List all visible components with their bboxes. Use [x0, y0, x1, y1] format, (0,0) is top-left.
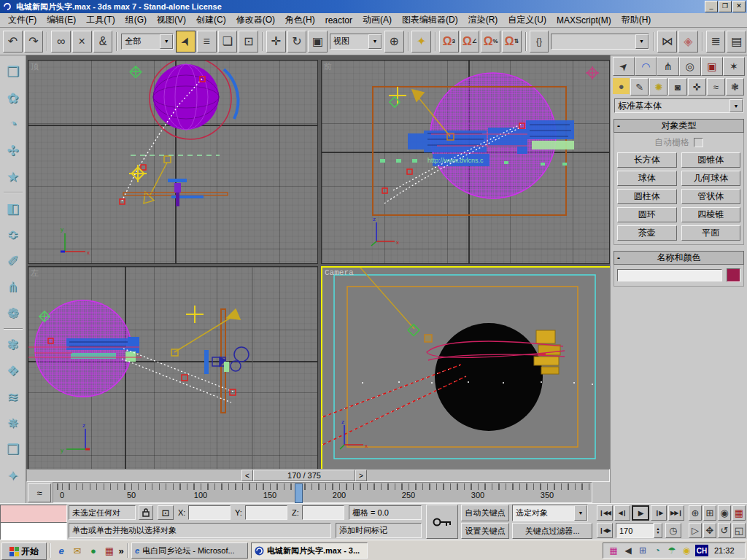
- blue-bar-object[interactable]: [204, 350, 209, 374]
- set-key-mode-button[interactable]: 设置关键点: [461, 523, 509, 539]
- viewport-front-label[interactable]: 前: [324, 61, 332, 72]
- minimize-button[interactable]: _: [705, 1, 718, 12]
- cone-button[interactable]: 圆锥体: [681, 152, 741, 168]
- close-button[interactable]: ✕: [732, 1, 746, 12]
- sphere-object-shaded[interactable]: [435, 323, 543, 431]
- select-and-rotate-button[interactable]: ↻: [287, 31, 307, 52]
- add-time-tag[interactable]: 添加时间标记: [336, 523, 422, 538]
- menu-maxscript[interactable]: MAXScript(M): [551, 14, 616, 27]
- green-highlight-object[interactable]: [532, 141, 574, 149]
- object-name-input[interactable]: [617, 269, 722, 281]
- object-type-rollout-header[interactable]: - 对象类型: [614, 119, 744, 133]
- play-animation-button[interactable]: ▶: [632, 505, 649, 521]
- select-by-name-button[interactable]: ≡: [197, 31, 217, 52]
- tab-display[interactable]: ▣: [701, 57, 723, 76]
- category-spacewarps-button[interactable]: ≈: [707, 78, 725, 96]
- tab-motion[interactable]: ◎: [679, 57, 701, 76]
- zoom-extents-all-button[interactable]: ▦: [732, 505, 746, 521]
- reactor-plank-button[interactable]: ✐: [3, 248, 23, 273]
- next-frame-button[interactable]: ❙▶: [651, 505, 667, 521]
- reactor-spring-button[interactable]: ≎: [3, 222, 23, 246]
- autogrid-checkbox[interactable]: [694, 138, 703, 147]
- viewport-top[interactable]: 顶: [28, 60, 318, 264]
- bind-to-spacewarp-button[interactable]: &: [93, 31, 113, 52]
- frame-spinner[interactable]: ▲ ▼: [654, 523, 662, 538]
- geometry-category-dropdown[interactable]: 标准基本体 ▼: [614, 98, 743, 113]
- tray-chat-icon[interactable]: ▦: [608, 545, 619, 556]
- move-gizmo[interactable]: [129, 165, 147, 182]
- absolute-offset-mode-toggle[interactable]: ⊡: [158, 505, 174, 520]
- reactor-soft-body-collection-button[interactable]: ◔: [3, 112, 23, 136]
- start-button[interactable]: 开始: [1, 542, 47, 560]
- viewport-left[interactable]: 左: [28, 266, 318, 470]
- time-slider-handle[interactable]: 170 / 375: [253, 470, 355, 481]
- dummy-helper[interactable]: [144, 156, 171, 203]
- open-mini-curve-editor-button[interactable]: ≈: [28, 483, 51, 502]
- viewport-camera[interactable]: Camera: [321, 266, 611, 472]
- menu-graph-editors[interactable]: 图表编辑器(D): [397, 12, 463, 28]
- percent-snap-button[interactable]: Ω%: [481, 31, 500, 52]
- z-coordinate-field[interactable]: [302, 505, 344, 520]
- object-color-swatch[interactable]: [727, 268, 740, 282]
- viewport-front[interactable]: 前: [321, 60, 610, 264]
- taskbar-task-browser[interactable]: e 电白同乡论坛 - Microsof...: [131, 542, 248, 559]
- tab-hierarchy[interactable]: ⋔: [657, 57, 678, 76]
- key-mode-dropdown[interactable]: 选定对象 ▼: [512, 505, 588, 521]
- menu-tools[interactable]: 工具(T): [81, 12, 120, 28]
- maximize-viewport-toggle-button[interactable]: ◱: [732, 523, 746, 538]
- selection-filter-dropdown[interactable]: 全部 ▼: [121, 34, 174, 50]
- menu-animation[interactable]: 动画(A): [357, 12, 397, 28]
- angle-snap-button[interactable]: Ω∠: [460, 31, 480, 52]
- tray-volume-icon[interactable]: ◀: [622, 545, 634, 556]
- category-systems-button[interactable]: ❃: [726, 78, 744, 96]
- tube-button[interactable]: 管状体: [681, 189, 741, 204]
- restore-button[interactable]: ❐: [719, 1, 732, 12]
- redo-button[interactable]: ↷: [24, 31, 44, 52]
- previous-frame-button[interactable]: ◀❙: [614, 505, 630, 521]
- select-and-scale-button[interactable]: ▣: [308, 31, 328, 52]
- reactor-cloth-collection-button[interactable]: ✿: [3, 85, 23, 110]
- camera-object[interactable]: [212, 347, 249, 371]
- tab-modify[interactable]: ◠: [635, 57, 657, 76]
- pan-view-button[interactable]: ✥: [703, 523, 716, 538]
- quicklaunch-media-icon[interactable]: ●: [86, 543, 101, 558]
- spinner-snap-button[interactable]: Ω⇅: [502, 31, 522, 52]
- reactor-wind-button[interactable]: ❁: [3, 300, 23, 325]
- tab-utilities[interactable]: ✶: [723, 57, 745, 76]
- current-frame-marker[interactable]: [295, 483, 303, 503]
- category-geometry-button[interactable]: ●: [613, 78, 630, 94]
- quicklaunch-overflow-chevron[interactable]: »: [117, 543, 125, 558]
- select-object-button[interactable]: ➤: [176, 31, 196, 52]
- menu-views[interactable]: 视图(V): [152, 12, 191, 28]
- arrow-helper[interactable]: [171, 309, 240, 356]
- curve-editor-button[interactable]: ▤: [727, 31, 746, 52]
- menu-reactor[interactable]: reactor: [320, 14, 357, 27]
- category-lights-button[interactable]: ✺: [649, 78, 667, 96]
- tray-lock-icon[interactable]: ◉: [681, 545, 692, 556]
- reactor-motor-button[interactable]: ⋔: [3, 274, 23, 299]
- tab-create[interactable]: ➤: [613, 57, 635, 76]
- align-button[interactable]: ◈: [678, 31, 698, 52]
- move-gizmo[interactable]: [389, 87, 406, 104]
- menu-help[interactable]: 帮助(H): [616, 12, 657, 28]
- category-cameras-button[interactable]: ◙: [668, 78, 686, 96]
- tray-network-icon[interactable]: ⊞: [637, 545, 649, 556]
- auto-key-button[interactable]: 自动关键点: [461, 505, 509, 521]
- zoom-viewport-button[interactable]: ⊕: [689, 505, 702, 521]
- tray-umbrella-icon[interactable]: ☂: [666, 545, 678, 556]
- language-indicator[interactable]: CH: [695, 545, 708, 556]
- menu-modifiers[interactable]: 修改器(O): [231, 12, 280, 28]
- reactor-water-button[interactable]: ≋: [3, 384, 23, 409]
- category-helpers-button[interactable]: ✜: [688, 78, 706, 96]
- named-selection-sets-button[interactable]: {}: [530, 31, 549, 52]
- name-color-rollout-header[interactable]: - 名称和颜色: [614, 251, 744, 265]
- reactor-fracture-button[interactable]: ◧: [3, 195, 23, 220]
- menu-create[interactable]: 创建(C): [191, 12, 231, 28]
- key-mode-toggle-button[interactable]: ❙◀▶: [597, 523, 613, 538]
- frame-back-button[interactable]: <: [241, 470, 253, 481]
- selection-lock-toggle[interactable]: [139, 505, 153, 520]
- go-to-start-button[interactable]: ❙◀◀: [597, 505, 613, 521]
- rectangular-selection-region-button[interactable]: ❏: [218, 31, 238, 52]
- track-bar-ruler[interactable]: 0 50 100 150 200 250 300 350: [53, 482, 592, 503]
- move-gizmo[interactable]: [186, 306, 204, 323]
